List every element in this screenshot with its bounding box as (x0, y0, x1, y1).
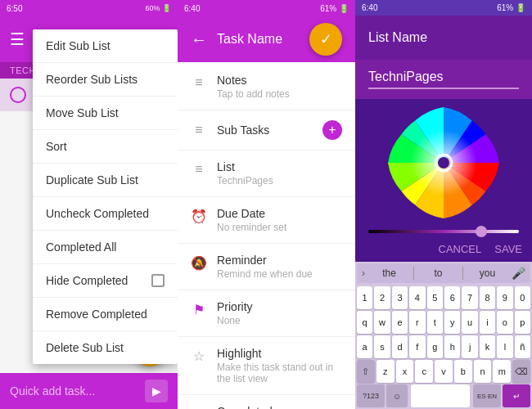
key-k[interactable]: k (480, 335, 495, 358)
list-sub: TechniPages (217, 175, 342, 187)
key-v[interactable]: v (435, 360, 453, 383)
completed-title: Completed (217, 405, 342, 409)
key-x[interactable]: x (396, 360, 414, 383)
emoji-key[interactable]: ☺ (386, 384, 408, 407)
lightness-slider[interactable] (368, 230, 519, 233)
slider-thumb (476, 226, 487, 237)
key-2[interactable]: 2 (374, 286, 390, 309)
menu-item-edit-sub-list[interactable]: Edit Sub List (33, 29, 178, 63)
priority-section[interactable]: ⚑ Priority None (178, 290, 355, 337)
key-f[interactable]: f (409, 335, 425, 358)
status-bar-right: 60% 🔋 (145, 4, 171, 12)
due-date-section[interactable]: ⏰ Due Date No reminder set (178, 197, 355, 244)
delete-key[interactable]: ⌫ (512, 360, 530, 383)
panel3-header: List Name (355, 16, 532, 60)
shift-key[interactable]: ⇧ (357, 360, 375, 383)
menu-item-uncheck-completed[interactable]: Uncheck Completed (33, 197, 178, 231)
menu-item-remove-completed[interactable]: Remove Completed (33, 298, 178, 331)
subtasks-section[interactable]: ≡ Sub Tasks + (178, 110, 355, 151)
menu-item-hide-completed[interactable]: Hide Completed (33, 264, 178, 298)
key-w[interactable]: w (374, 311, 390, 334)
status-right-p2: 61% 🔋 (320, 4, 349, 13)
reminder-section[interactable]: 🔕 Reminder Remind me when due (178, 244, 355, 290)
key-b[interactable]: b (454, 360, 472, 383)
key-0[interactable]: 0 (515, 286, 530, 309)
list-name-input[interactable] (368, 66, 519, 89)
key-4[interactable]: 4 (409, 286, 425, 309)
key-y[interactable]: y (444, 311, 460, 334)
key-n[interactable]: n (474, 360, 492, 383)
key-a[interactable]: a (357, 335, 372, 358)
chevron-left-icon[interactable]: › (362, 267, 365, 279)
reminder-title: Reminder (217, 254, 342, 267)
quick-add-placeholder[interactable]: Quick add task... (10, 384, 138, 398)
key-9[interactable]: 9 (497, 286, 512, 309)
key-h[interactable]: h (444, 335, 460, 358)
notes-section[interactable]: ≡ Notes Tap to add notes (178, 64, 355, 110)
key-6[interactable]: 6 (444, 286, 460, 309)
due-date-icon: ⏰ (191, 209, 207, 224)
menu-item-sort[interactable]: Sort (33, 130, 178, 164)
key-1[interactable]: 1 (357, 286, 372, 309)
lang-key[interactable]: ES·EN (473, 384, 501, 407)
key-n-tilde[interactable]: ñ (515, 335, 530, 358)
complete-fab-button[interactable]: ✓ (309, 23, 342, 56)
suggestion-you[interactable]: you (467, 267, 508, 279)
key-m[interactable]: m (493, 360, 511, 383)
list-section[interactable]: ≡ List TechniPages (178, 151, 355, 197)
list-name-label: List Name (368, 30, 427, 45)
key-i[interactable]: i (480, 311, 495, 334)
keyboard-suggestions: › the to you 🎤 (357, 263, 530, 283)
status-bar-panel1: 6:50 60% 🔋 (0, 0, 178, 16)
key-r[interactable]: r (409, 311, 425, 334)
hamburger-icon[interactable]: ☰ (10, 29, 25, 49)
task-detail-body: ≡ Notes Tap to add notes ≡ Sub Tasks + ≡… (178, 64, 355, 409)
key-s[interactable]: s (374, 335, 390, 358)
key-u[interactable]: u (462, 311, 477, 334)
key-z[interactable]: z (376, 360, 394, 383)
key-5[interactable]: 5 (427, 286, 443, 309)
task-name-label[interactable]: Task Name (217, 32, 300, 47)
key-g[interactable]: g (427, 335, 443, 358)
panel-color-picker: 6:40 61% 🔋 List Name (355, 0, 532, 409)
key-d[interactable]: d (392, 335, 408, 358)
list-content: List TechniPages (217, 160, 342, 187)
hide-completed-checkbox[interactable] (151, 274, 165, 287)
key-p[interactable]: p (515, 311, 530, 334)
mic-icon[interactable]: 🎤 (512, 267, 525, 280)
key-j[interactable]: j (462, 335, 477, 358)
menu-item-move-sub-list[interactable]: Move Sub List (33, 97, 178, 130)
menu-item-duplicate-sub-list[interactable]: Duplicate Sub List (33, 164, 178, 197)
enter-key[interactable]: ↵ (503, 384, 530, 407)
save-button[interactable]: SAVE (494, 243, 522, 255)
add-subtask-button[interactable]: + (322, 120, 342, 140)
completed-content: Completed (217, 405, 342, 409)
key-e[interactable]: e (392, 311, 408, 334)
menu-item-delete-sub-list[interactable]: Delete Sub List (33, 331, 178, 364)
color-wheel[interactable] (386, 106, 501, 220)
send-button[interactable]: ▶ (145, 380, 168, 402)
back-arrow-icon[interactable]: ← (191, 30, 207, 49)
completed-section[interactable]: ○ Completed (178, 395, 355, 409)
cancel-button[interactable]: CANCEL (439, 243, 482, 255)
panel2-header: ← Task Name ✓ (178, 16, 355, 62)
suggestion-the[interactable]: the (368, 267, 410, 279)
key-o[interactable]: o (497, 311, 512, 334)
status-right-p3: 61% 🔋 (497, 3, 525, 12)
panel-task-detail: 6:40 61% 🔋 ← Task Name ✓ ≡ Notes Tap to … (178, 0, 355, 409)
key-t[interactable]: t (427, 311, 443, 334)
key-3[interactable]: 3 (392, 286, 408, 309)
highlight-title: Highlight (217, 347, 342, 360)
key-c[interactable]: c (415, 360, 433, 383)
key-l[interactable]: l (497, 335, 512, 358)
key-q[interactable]: q (357, 311, 372, 334)
suggestion-to[interactable]: to (417, 267, 459, 279)
space-key[interactable] (411, 384, 470, 407)
status-left-p2: 6:40 (184, 4, 200, 13)
key-7[interactable]: 7 (462, 286, 477, 309)
highlight-section[interactable]: ☆ Highlight Make this task stand out in … (178, 337, 355, 395)
menu-item-completed-all[interactable]: Completed All (33, 231, 178, 264)
num-switch-key[interactable]: ?123 (357, 384, 385, 407)
menu-item-reorder-sub-lists[interactable]: Reorder Sub Lists (33, 63, 178, 97)
key-8[interactable]: 8 (480, 286, 495, 309)
